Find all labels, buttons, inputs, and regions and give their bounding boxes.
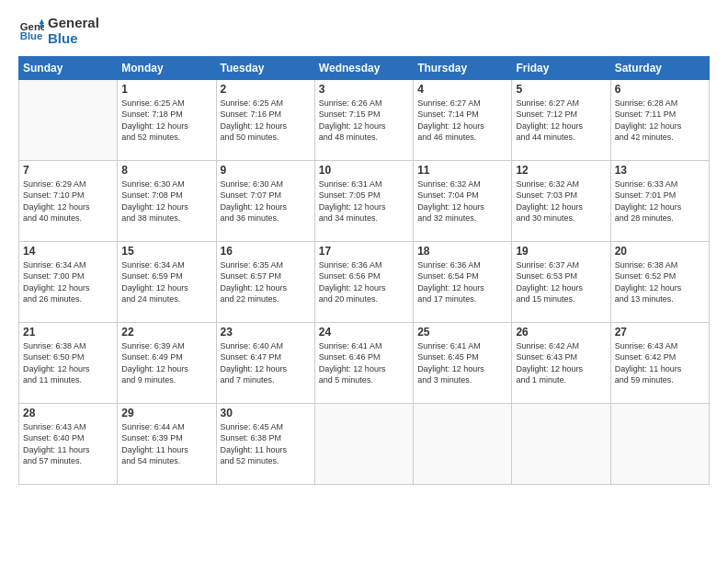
day-number: 24 [319,326,409,339]
day-info: Sunrise: 6:33 AM Sunset: 7:01 PM Dayligh… [615,178,705,224]
day-number: 18 [417,245,507,258]
day-number: 23 [221,326,311,339]
day-number: 25 [417,326,507,339]
day-number: 12 [516,164,606,177]
day-info: Sunrise: 6:31 AM Sunset: 7:05 PM Dayligh… [319,178,409,224]
day-number: 16 [221,245,311,258]
day-info: Sunrise: 6:35 AM Sunset: 6:57 PM Dayligh… [221,259,311,305]
day-info: Sunrise: 6:41 AM Sunset: 6:46 PM Dayligh… [319,340,409,386]
day-number: 7 [23,164,113,177]
calendar-cell: 29Sunrise: 6:44 AM Sunset: 6:39 PM Dayli… [118,403,216,484]
day-number: 13 [615,164,705,177]
day-info: Sunrise: 6:34 AM Sunset: 7:00 PM Dayligh… [23,259,113,305]
day-number: 30 [221,407,311,419]
day-info: Sunrise: 6:29 AM Sunset: 7:10 PM Dayligh… [23,178,113,224]
header: General Blue General Blue [18,15,710,47]
weekday-header-wednesday: Wednesday [314,56,413,79]
day-info: Sunrise: 6:38 AM Sunset: 6:52 PM Dayligh… [615,259,705,305]
day-info: Sunrise: 6:44 AM Sunset: 6:39 PM Dayligh… [121,421,211,467]
day-info: Sunrise: 6:27 AM Sunset: 7:12 PM Dayligh… [516,98,606,144]
calendar-cell: 18Sunrise: 6:36 AM Sunset: 6:54 PM Dayli… [414,241,512,322]
day-info: Sunrise: 6:28 AM Sunset: 7:11 PM Dayligh… [615,98,705,144]
calendar-cell: 4Sunrise: 6:27 AM Sunset: 7:14 PM Daylig… [414,79,512,160]
day-info: Sunrise: 6:25 AM Sunset: 7:16 PM Dayligh… [221,98,311,144]
week-row-3: 21Sunrise: 6:38 AM Sunset: 6:50 PM Dayli… [19,322,710,403]
calendar-cell: 5Sunrise: 6:27 AM Sunset: 7:12 PM Daylig… [512,79,610,160]
day-info: Sunrise: 6:34 AM Sunset: 6:59 PM Dayligh… [121,259,211,305]
day-number: 3 [319,83,409,96]
calendar-cell: 15Sunrise: 6:34 AM Sunset: 6:59 PM Dayli… [118,241,216,322]
calendar-cell: 3Sunrise: 6:26 AM Sunset: 7:15 PM Daylig… [314,79,413,160]
weekday-header-sunday: Sunday [19,56,118,79]
calendar-cell: 22Sunrise: 6:39 AM Sunset: 6:49 PM Dayli… [118,322,216,403]
calendar-cell: 17Sunrise: 6:36 AM Sunset: 6:56 PM Dayli… [314,241,413,322]
day-info: Sunrise: 6:32 AM Sunset: 7:04 PM Dayligh… [417,178,507,224]
calendar-cell: 13Sunrise: 6:33 AM Sunset: 7:01 PM Dayli… [610,160,709,241]
calendar-cell: 10Sunrise: 6:31 AM Sunset: 7:05 PM Dayli… [314,160,413,241]
svg-text:Blue: Blue [20,30,43,41]
day-info: Sunrise: 6:40 AM Sunset: 6:47 PM Dayligh… [221,340,311,386]
day-info: Sunrise: 6:32 AM Sunset: 7:03 PM Dayligh… [516,178,606,224]
calendar-cell: 11Sunrise: 6:32 AM Sunset: 7:04 PM Dayli… [414,160,512,241]
day-info: Sunrise: 6:36 AM Sunset: 6:54 PM Dayligh… [417,259,507,305]
calendar-cell: 26Sunrise: 6:42 AM Sunset: 6:43 PM Dayli… [512,322,610,403]
day-number: 6 [615,83,705,96]
weekday-header-thursday: Thursday [414,56,512,79]
calendar-cell [512,403,610,484]
calendar-cell: 8Sunrise: 6:30 AM Sunset: 7:08 PM Daylig… [118,160,216,241]
calendar-cell: 12Sunrise: 6:32 AM Sunset: 7:03 PM Dayli… [512,160,610,241]
day-info: Sunrise: 6:42 AM Sunset: 6:43 PM Dayligh… [516,340,606,386]
day-info: Sunrise: 6:43 AM Sunset: 6:42 PM Dayligh… [615,340,705,386]
day-info: Sunrise: 6:43 AM Sunset: 6:40 PM Dayligh… [23,421,113,467]
calendar-cell: 24Sunrise: 6:41 AM Sunset: 6:46 PM Dayli… [314,322,413,403]
calendar-cell: 6Sunrise: 6:28 AM Sunset: 7:11 PM Daylig… [610,79,709,160]
calendar-cell: 7Sunrise: 6:29 AM Sunset: 7:10 PM Daylig… [19,160,118,241]
calendar-cell: 19Sunrise: 6:37 AM Sunset: 6:53 PM Dayli… [512,241,610,322]
day-number: 22 [121,326,211,339]
day-info: Sunrise: 6:30 AM Sunset: 7:07 PM Dayligh… [221,178,311,224]
logo: General Blue General Blue [18,15,99,47]
calendar-cell: 20Sunrise: 6:38 AM Sunset: 6:52 PM Dayli… [610,241,709,322]
day-number: 2 [221,83,311,96]
day-number: 15 [121,245,211,258]
calendar-cell [414,403,512,484]
calendar-cell: 27Sunrise: 6:43 AM Sunset: 6:42 PM Dayli… [610,322,709,403]
weekday-header-saturday: Saturday [610,56,709,79]
day-info: Sunrise: 6:41 AM Sunset: 6:45 PM Dayligh… [417,340,507,386]
calendar-cell: 30Sunrise: 6:45 AM Sunset: 6:38 PM Dayli… [216,403,314,484]
calendar-cell: 9Sunrise: 6:30 AM Sunset: 7:07 PM Daylig… [216,160,314,241]
weekday-header-friday: Friday [512,56,610,79]
calendar-cell: 16Sunrise: 6:35 AM Sunset: 6:57 PM Dayli… [216,241,314,322]
day-number: 20 [615,245,705,258]
week-row-2: 14Sunrise: 6:34 AM Sunset: 7:00 PM Dayli… [19,241,710,322]
day-info: Sunrise: 6:45 AM Sunset: 6:38 PM Dayligh… [221,421,311,467]
weekday-header-row: SundayMondayTuesdayWednesdayThursdayFrid… [19,56,710,79]
logo-icon: General Blue [18,17,44,43]
day-number: 1 [121,83,211,96]
day-number: 27 [615,326,705,339]
week-row-0: 1Sunrise: 6:25 AM Sunset: 7:18 PM Daylig… [19,79,710,160]
week-row-1: 7Sunrise: 6:29 AM Sunset: 7:10 PM Daylig… [19,160,710,241]
day-info: Sunrise: 6:39 AM Sunset: 6:49 PM Dayligh… [121,340,211,386]
calendar-cell [19,79,118,160]
day-number: 29 [121,407,211,419]
calendar-cell [610,403,709,484]
calendar-cell: 21Sunrise: 6:38 AM Sunset: 6:50 PM Dayli… [19,322,118,403]
day-number: 28 [23,407,113,419]
day-info: Sunrise: 6:36 AM Sunset: 6:56 PM Dayligh… [319,259,409,305]
calendar-cell [314,403,413,484]
logo-general: General [48,15,99,30]
day-info: Sunrise: 6:38 AM Sunset: 6:50 PM Dayligh… [23,340,113,386]
day-number: 10 [319,164,409,177]
day-info: Sunrise: 6:27 AM Sunset: 7:14 PM Dayligh… [417,98,507,144]
day-info: Sunrise: 6:30 AM Sunset: 7:08 PM Dayligh… [121,178,211,224]
day-number: 14 [23,245,113,258]
day-number: 11 [417,164,507,177]
day-number: 5 [516,83,606,96]
day-number: 8 [121,164,211,177]
day-info: Sunrise: 6:25 AM Sunset: 7:18 PM Dayligh… [121,98,211,144]
day-info: Sunrise: 6:37 AM Sunset: 6:53 PM Dayligh… [516,259,606,305]
day-number: 21 [23,326,113,339]
day-number: 26 [516,326,606,339]
day-number: 19 [516,245,606,258]
